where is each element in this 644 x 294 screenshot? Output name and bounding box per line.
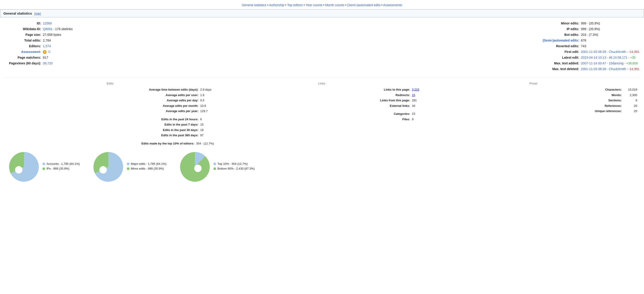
stat-totaledits: Total edits: 2,784 xyxy=(4,38,96,43)
accounts-legend-item-blue: Accounts · 1,785 (64.1%) xyxy=(42,162,80,166)
avg-edits-day-value: 0.5 xyxy=(200,98,214,103)
top-editors-legend-item-blue: Top 10% · 354 (12.7%) xyxy=(213,162,255,166)
editors-link[interactable]: 1,574 xyxy=(43,44,51,48)
three-col-stats: Edits: Average time between edits (days)… xyxy=(4,82,640,146)
unique-references-label: Unique references: xyxy=(585,109,622,113)
sections-label: Sections: xyxy=(585,98,622,103)
edits-top10-value: 354 · (12.7%) xyxy=(196,141,214,146)
words-value: 2,300 xyxy=(624,93,637,97)
latest-edit-delta: +35 xyxy=(630,56,636,59)
stat-pagesize-value: 27,658 bytes xyxy=(43,32,61,37)
max-added-delta: +38,606 xyxy=(626,61,638,65)
stat-totaledits-label: Total edits: xyxy=(4,38,41,43)
first-edit-date-link[interactable]: 2001-11-03 06:39 xyxy=(581,50,606,54)
edits-pie-chart xyxy=(94,152,123,182)
id-link[interactable]: 12569 xyxy=(43,22,52,25)
max-added-date-link[interactable]: 2007-11-14 00:47 xyxy=(581,61,606,65)
stat-first-edit-label: First edit: xyxy=(534,50,579,54)
accounts-pie-chart xyxy=(9,152,39,182)
avg-time-between-edits: Average time between edits (days): 2.8 d… xyxy=(7,87,214,92)
stat-wikidata-value: Q8091 · 179 sitelinks xyxy=(43,27,73,32)
accounts-label-blue: Accounts · 1,785 (64.1%) xyxy=(46,162,80,166)
edits-column: Edits: Average time between edits (days)… xyxy=(4,82,216,146)
first-edit-delta: -14,991 xyxy=(629,50,640,54)
stat-id-label: ID: xyxy=(4,21,41,26)
stats-divider xyxy=(4,78,640,78)
stat-reverted-value: 743 xyxy=(581,44,586,49)
first-edit-user-link[interactable]: ChuckSmith xyxy=(609,50,626,54)
top-stats: ID: 12569 Wikidata ID: Q8091 · 179 sitel… xyxy=(4,21,640,72)
avg-edits-user-value: 1.8 xyxy=(200,93,214,97)
nav-semi-automated[interactable]: (Semi-)automated edits xyxy=(347,3,380,7)
accounts-dot-blue xyxy=(42,163,45,165)
max-deleted-user-link[interactable]: ChuckSmith xyxy=(609,67,626,71)
hide-link[interactable]: [hide] xyxy=(34,12,41,15)
max-deleted-delta: -14,991 xyxy=(629,67,640,71)
nav-general-statistics[interactable]: General statistics xyxy=(242,3,266,7)
max-added-user-link[interactable]: 15dancing xyxy=(609,61,624,65)
right-stats: Minor edits: 999 · (35.9%) IP edits: 999… xyxy=(534,21,640,72)
words-label: Words: xyxy=(585,93,622,97)
links-to-page: Links to this page: 3,215 xyxy=(218,87,426,92)
stat-pageviews: Pageviews (60 days): 39,720 xyxy=(4,61,96,66)
external-links: External links: 34 xyxy=(218,104,426,108)
links-to-page-label: Links to this page: xyxy=(374,87,410,92)
nav-year-counts[interactable]: Year counts xyxy=(306,3,322,7)
characters-value: 15,019 xyxy=(624,87,637,92)
stat-watchers: Page watchers: 617 xyxy=(4,55,96,60)
max-deleted-date-link[interactable]: 2001-11-03 06:39 xyxy=(581,67,606,71)
stat-wikidata-label: Wikidata ID: xyxy=(4,27,41,32)
stat-id-value: 12569 xyxy=(43,21,52,26)
assessment-link[interactable]: C xyxy=(48,50,50,54)
prose-col-title: Prose: xyxy=(430,82,637,85)
files-label: Files: xyxy=(374,117,410,122)
assessment-circle-icon xyxy=(43,50,46,54)
links-from-page: Links from this page: 281 xyxy=(218,98,426,103)
top-editors-dot-blue xyxy=(213,163,216,165)
stat-reverted-label: Reverted edits: xyxy=(534,44,579,49)
svg-point-1 xyxy=(100,166,107,174)
avg-edits-year-value: 129.7 xyxy=(200,109,214,113)
latest-edit-date-link[interactable]: 2023-04-14 10:13 xyxy=(581,56,606,59)
top-editors-label-green: Bottom 90% · 2,430 (87.3%) xyxy=(218,167,255,170)
edits-365d-label: Edits in the past 365 days: xyxy=(139,133,198,138)
nav-assessments[interactable]: Assessments xyxy=(383,3,402,7)
stat-ip-edits: IP edits: 999 · (35.9%) xyxy=(534,27,640,32)
latest-edit-user-link[interactable]: 46.10.58.171 xyxy=(609,56,627,59)
edits-dot-blue xyxy=(127,163,130,165)
edits-label-blue: Major edits · 1,785 (64.1%) xyxy=(131,162,166,166)
references-label: References: xyxy=(585,104,622,108)
stat-ip-edits-label: IP edits: xyxy=(534,27,579,32)
unique-references-value: 20 xyxy=(624,109,637,113)
stat-wikidata: Wikidata ID: Q8091 · 179 sitelinks xyxy=(4,27,96,32)
links-to-link[interactable]: 3,215 xyxy=(412,88,420,91)
main-content: ID: 12569 Wikidata ID: Q8091 · 179 sitel… xyxy=(0,17,644,185)
stat-pagesize-label: Page size: xyxy=(4,32,41,37)
svg-point-0 xyxy=(15,166,22,174)
avg-edits-month-value: 10.8 xyxy=(200,104,214,108)
avg-edits-per-month: Average edits per month: 10.8 xyxy=(7,104,214,108)
edits-legend-item-blue: Major edits · 1,785 (64.1%) xyxy=(127,162,166,166)
stat-bot-edits: Bot edits: 203 · (7.3%) xyxy=(534,32,640,37)
edits-365d-value: 97 xyxy=(200,133,214,138)
pageviews-link[interactable]: 39,720 xyxy=(43,61,53,65)
wikidata-link[interactable]: Q8091 xyxy=(43,27,52,31)
links-from-page-value: 281 xyxy=(412,98,426,103)
nav-top-editors[interactable]: Top editors xyxy=(287,3,303,7)
nav-authorship[interactable]: Authorship xyxy=(269,3,284,7)
stat-first-edit: First edit: 2001-11-03 06:39 · ChuckSmit… xyxy=(534,50,640,54)
nav-month-counts[interactable]: Month counts xyxy=(325,3,344,7)
prose-column: Prose: Characters: 15,019 Words: 2,300 S… xyxy=(428,82,640,146)
avg-edits-month-label: Average edits per month: xyxy=(139,104,198,108)
stat-max-deleted: Max. text deleted: 2001-11-03 06:39 · Ch… xyxy=(534,67,640,71)
edits-label-green: Minor edits · 999 (35.9%) xyxy=(131,167,164,170)
links-col-title: Links: xyxy=(218,82,426,85)
external-links-value: 34 xyxy=(412,104,426,108)
redirects-link[interactable]: 15 xyxy=(412,93,415,97)
stat-minor-edits: Minor edits: 999 · (35.9%) xyxy=(534,21,640,26)
nav-sep-3: • xyxy=(304,3,306,7)
words: Words: 2,300 xyxy=(430,93,637,97)
avg-time-value: 2.8 days xyxy=(200,87,214,92)
nav-sep-2: • xyxy=(285,3,287,7)
top-editors-label-blue: Top 10% · 354 (12.7%) xyxy=(218,162,248,166)
